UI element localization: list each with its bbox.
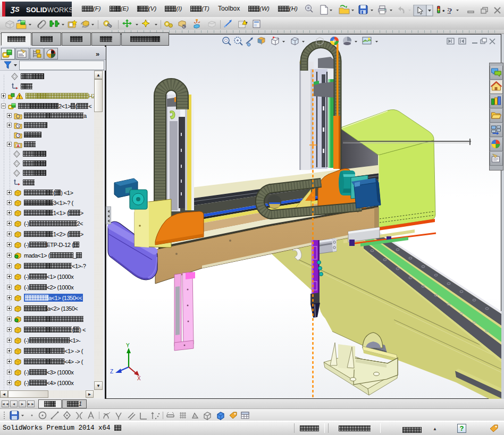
svg-text:Z: Z xyxy=(110,369,113,374)
svg-text:Y: Y xyxy=(126,343,130,348)
svg-text:?: ? xyxy=(448,7,452,15)
svg-text:X: X xyxy=(137,376,141,381)
svg-text:ƷS: ƷS xyxy=(10,5,20,13)
svg-text:A: A xyxy=(17,144,20,148)
svg-text:SOLIDWORKS: SOLIDWORKS xyxy=(26,6,72,14)
